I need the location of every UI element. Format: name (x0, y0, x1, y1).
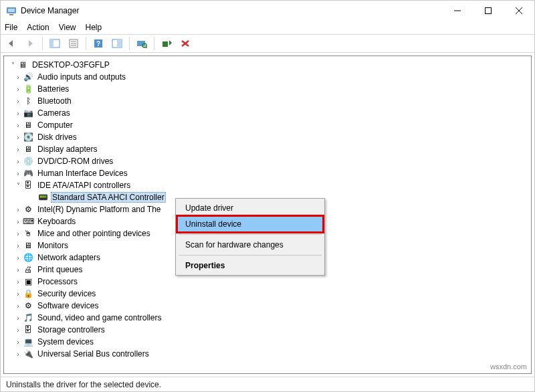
tree-item-label: DVD/CD-ROM drives (36, 156, 114, 167)
tree-item-label: DESKTOP-O3FGFLP (31, 60, 111, 70)
svg-text:?: ? (96, 40, 100, 47)
computer-icon: 🖥 (17, 60, 28, 70)
minimize-button[interactable] (442, 1, 473, 21)
svg-rect-2 (9, 14, 13, 15)
context-menu: Update driver Uninstall device Scan for … (175, 198, 325, 276)
tree-item-label: Standard SATA AHCI Controller (51, 192, 166, 203)
twisty-icon[interactable]: › (13, 170, 23, 177)
twisty-icon[interactable]: › (13, 290, 23, 298)
tree-item-1[interactable]: ›🔋Batteries (8, 83, 528, 95)
status-bar: Uninstalls the driver for the selected d… (1, 377, 534, 391)
tree-item-19[interactable]: ›🎵Sound, video and game controllers (8, 312, 528, 324)
twisty-icon[interactable]: › (13, 338, 23, 346)
twisty-icon[interactable]: › (13, 74, 23, 81)
svg-rect-20 (163, 41, 168, 47)
tree-item-label: Computer (36, 120, 74, 130)
tree-item-22[interactable]: ›🔌Universal Serial Bus controllers (8, 348, 528, 360)
close-button[interactable] (504, 1, 534, 21)
display-icon: 🖥 (23, 144, 33, 155)
tree-item-5[interactable]: ›💽Disk drives (8, 131, 528, 143)
twisty-icon[interactable]: › (13, 146, 23, 153)
twisty-icon[interactable]: › (13, 122, 23, 129)
menubar: File Action View Help (1, 21, 534, 34)
ctx-update-driver[interactable]: Update driver (177, 200, 323, 216)
show-hide-console-tree-icon[interactable] (47, 36, 63, 51)
twisty-icon[interactable]: › (13, 242, 23, 250)
twisty-icon[interactable]: › (13, 86, 23, 93)
twisty-icon[interactable]: › (13, 158, 23, 165)
menu-view[interactable]: View (59, 23, 76, 32)
tree-item-2[interactable]: ›ᛒBluetooth (8, 95, 528, 107)
tree-item-label: Intel(R) Dynamic Platform and The (36, 204, 163, 215)
twisty-icon[interactable]: › (13, 230, 23, 237)
tree-item-17[interactable]: ›🔒Security devices (8, 288, 528, 300)
ctx-properties[interactable]: Properties (177, 258, 323, 274)
forward-button[interactable] (22, 36, 38, 51)
twisty-icon[interactable]: › (13, 206, 23, 213)
twisty-icon[interactable]: › (13, 254, 23, 262)
usb-icon: 🔌 (23, 349, 33, 359)
twisty-icon[interactable]: › (13, 98, 23, 105)
maximize-button[interactable] (473, 1, 504, 21)
battery-icon: 🔋 (23, 84, 33, 94)
properties-icon[interactable] (66, 36, 82, 51)
twisty-icon[interactable]: › (13, 278, 23, 286)
printer-icon: 🖨 (23, 264, 33, 275)
svg-rect-8 (50, 39, 54, 47)
twisty-icon[interactable]: ˅ (13, 182, 23, 189)
tree-root[interactable]: ˅🖥DESKTOP-O3FGFLP (8, 59, 528, 71)
svg-line-19 (146, 47, 147, 48)
security-icon: 🔒 (23, 288, 33, 299)
svg-rect-16 (117, 39, 122, 47)
help-icon[interactable]: ? (90, 36, 106, 51)
action-icon[interactable] (109, 36, 125, 51)
tree-item-label: Processors (36, 276, 79, 287)
tree-item-4[interactable]: ›🖥Computer (8, 119, 528, 131)
menu-help[interactable]: Help (86, 23, 102, 32)
tree-item-label: Mice and other pointing devices (36, 228, 152, 239)
tree-item-16[interactable]: ›▣Processors (8, 276, 528, 288)
tree-item-8[interactable]: ›🎮Human Interface Devices (8, 167, 528, 179)
computer-icon: 🖥 (23, 120, 33, 130)
twisty-icon[interactable]: › (13, 351, 23, 358)
audio-icon: 🔊 (23, 72, 33, 82)
device-icon: 📟 (37, 192, 48, 203)
menu-file[interactable]: File (5, 23, 17, 32)
tree-item-6[interactable]: ›🖥Display adapters (8, 143, 528, 155)
storage-icon: 🗄 (23, 324, 33, 335)
tree-item-18[interactable]: ›⚙Software devices (8, 300, 528, 312)
uninstall-device-icon[interactable] (177, 36, 193, 51)
status-text: Uninstalls the driver for the selected d… (6, 380, 161, 389)
twisty-icon[interactable]: › (13, 314, 23, 322)
twisty-icon[interactable]: › (13, 134, 23, 141)
ctx-scan-hardware[interactable]: Scan for hardware changes (177, 237, 323, 253)
ctx-separator (179, 234, 322, 235)
twisty-icon[interactable]: › (13, 326, 23, 334)
watermark: wsxdn.com (490, 363, 527, 371)
dvd-icon: 💿 (23, 156, 33, 167)
tree-item-20[interactable]: ›🗄Storage controllers (8, 324, 528, 336)
tree-item-9[interactable]: ˅🗄IDE ATA/ATAPI controllers (8, 179, 528, 191)
twisty-icon[interactable]: › (13, 218, 23, 225)
twisty-icon[interactable]: › (13, 302, 23, 310)
tree-item-label: Human Interface Devices (36, 168, 129, 179)
scan-hardware-icon[interactable] (134, 36, 150, 51)
tree-item-3[interactable]: ›📷Cameras (8, 107, 528, 119)
titlebar: Device Manager (1, 1, 534, 21)
tree-item-7[interactable]: ›💿DVD/CD-ROM drives (8, 155, 528, 167)
back-button[interactable] (3, 36, 19, 51)
twisty-icon[interactable]: ˅ (8, 62, 17, 69)
disk-icon: 💽 (23, 132, 33, 142)
mouse-icon: 🖱 (23, 228, 33, 239)
tree-item-21[interactable]: ›💻System devices (8, 336, 528, 348)
tree-item-label: Audio inputs and outputs (36, 72, 127, 82)
tree-item-label: Network adapters (36, 252, 102, 263)
menu-action[interactable]: Action (27, 23, 49, 32)
ctx-uninstall-device[interactable]: Uninstall device (177, 216, 323, 232)
tree-item-0[interactable]: ›🔊Audio inputs and outputs (8, 71, 528, 83)
keyboard-icon: ⌨ (23, 216, 33, 227)
twisty-icon[interactable]: › (13, 110, 23, 117)
update-driver-icon[interactable] (158, 36, 175, 51)
camera-icon: 📷 (23, 108, 33, 118)
twisty-icon[interactable]: › (13, 266, 23, 274)
